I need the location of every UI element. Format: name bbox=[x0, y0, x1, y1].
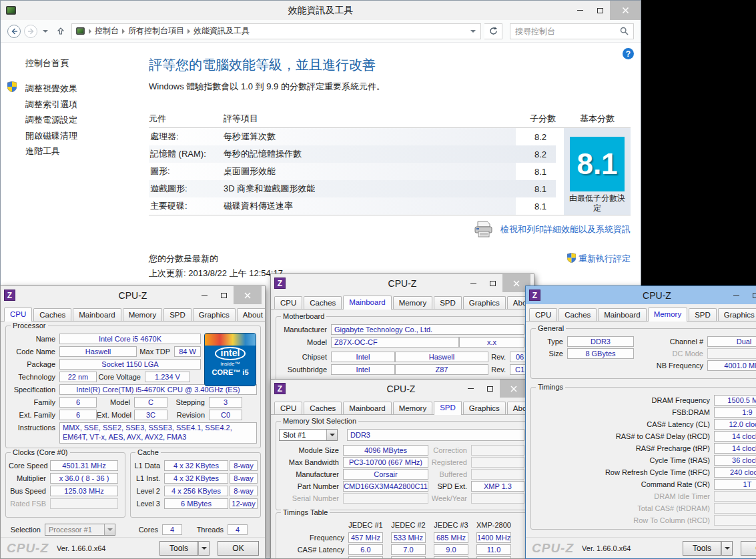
minimize-button[interactable] bbox=[570, 1, 590, 20]
refresh-button[interactable] bbox=[484, 23, 502, 39]
tools-button[interactable]: Tools bbox=[159, 541, 198, 556]
rerun-assessment-link[interactable]: 重新執行評定 bbox=[579, 253, 631, 265]
max-bandwidth-value: PC3-10700 (667 MHz) bbox=[343, 457, 428, 468]
tab-spd[interactable]: SPD bbox=[434, 296, 462, 309]
close-button[interactable] bbox=[234, 286, 262, 304]
threads-value: 4 bbox=[228, 524, 248, 535]
maximize-button[interactable] bbox=[590, 1, 610, 20]
sidebar-item-home[interactable]: 控制台首頁 bbox=[25, 57, 69, 69]
maximize-button[interactable] bbox=[483, 274, 502, 292]
name-label: Name bbox=[9, 335, 59, 343]
tab-cpu[interactable]: CPU bbox=[274, 402, 302, 414]
maximize-button[interactable] bbox=[480, 380, 500, 398]
tab-graphics[interactable]: Graphics bbox=[718, 308, 756, 321]
rcd-jedec1: 6 bbox=[348, 556, 383, 559]
tab-memory[interactable]: Memory bbox=[393, 296, 433, 309]
ok-button[interactable]: OK bbox=[218, 541, 259, 556]
sidebar-item-disk-cleanup[interactable]: 開啟磁碟清理 bbox=[25, 130, 77, 142]
tab-mainboard[interactable]: Mainboard bbox=[343, 402, 391, 414]
rated-fsb-value bbox=[50, 498, 118, 509]
tab-caches[interactable]: Caches bbox=[558, 308, 597, 321]
search-input[interactable] bbox=[515, 27, 620, 36]
cycle-time-value: 36 clocks bbox=[714, 455, 756, 466]
maximize-button[interactable] bbox=[746, 286, 756, 304]
ras-precharge-label: RAS# Precharge (tRP) bbox=[534, 444, 714, 452]
multiplier-label: Multiplier bbox=[9, 474, 50, 482]
nb-frequency-value: 4001.0 MHz bbox=[707, 360, 756, 371]
tab-memory[interactable]: Memory bbox=[393, 402, 433, 414]
tab-spd[interactable]: SPD bbox=[163, 308, 192, 321]
tab-graphics[interactable]: Graphics bbox=[463, 402, 506, 414]
tab-cpu[interactable]: CPU bbox=[529, 308, 557, 321]
slot-value: Slot #1 bbox=[283, 431, 306, 439]
minimize-button[interactable] bbox=[461, 380, 480, 398]
package-value: Socket 1150 LGA bbox=[59, 359, 201, 370]
threads-label: Threads bbox=[189, 526, 228, 534]
sidebar-item-power[interactable]: 調整電源設定 bbox=[25, 114, 77, 126]
header-base: 基本分數 bbox=[564, 113, 631, 125]
cpuz-spd-window: Z CPU-Z CPU Caches Mainboard Memory SPD … bbox=[270, 379, 532, 559]
address-dropdown-icon[interactable] bbox=[470, 30, 476, 33]
back-button[interactable] bbox=[7, 25, 21, 38]
version-text: Ver. 1.66.0.x64 bbox=[582, 544, 631, 552]
tab-bar: CPU Caches Mainboard Memory SPD Graphics… bbox=[271, 292, 534, 310]
title-bar: Z CPU-Z bbox=[1, 286, 265, 304]
tab-mainboard[interactable]: Mainboard bbox=[343, 296, 391, 310]
tab-cpu[interactable]: CPU bbox=[274, 296, 302, 309]
sidebar-item-advanced-tools[interactable]: 進階工具 bbox=[25, 145, 60, 157]
minimize-button[interactable] bbox=[727, 286, 746, 304]
model-value: Z87X-OC-CF bbox=[331, 337, 459, 348]
tab-spd[interactable]: SPD bbox=[689, 308, 717, 321]
tab-memory[interactable]: Memory bbox=[648, 308, 688, 322]
tab-about[interactable]: About bbox=[237, 308, 266, 321]
tab-spd[interactable]: SPD bbox=[434, 401, 462, 415]
minimize-button[interactable] bbox=[195, 286, 214, 304]
table-row: 圖形: 桌面圖形效能 8.1 bbox=[149, 163, 556, 180]
breadcrumb-all-items[interactable]: 所有控制台項目 bbox=[128, 25, 184, 37]
view-print-details-link[interactable]: 檢視和列印詳細效能以及系統資訊 bbox=[500, 223, 631, 235]
cpu-die-art bbox=[205, 334, 256, 346]
total-cas-value bbox=[714, 503, 756, 514]
breadcrumb-current[interactable]: 效能資訊及工具 bbox=[194, 25, 250, 37]
maximize-button[interactable] bbox=[214, 286, 234, 304]
slot-select[interactable]: Slot #1 bbox=[279, 429, 338, 441]
minimize-button[interactable] bbox=[464, 274, 483, 292]
breadcrumb-control-panel[interactable]: 控制台 bbox=[95, 25, 119, 37]
spd-ext-value: XMP 1.3 bbox=[471, 481, 524, 492]
forward-button[interactable] bbox=[24, 25, 37, 38]
tools-dropdown-button[interactable] bbox=[198, 541, 210, 556]
breadcrumb[interactable]: 控制台 所有控制台項目 效能資訊及工具 bbox=[71, 23, 481, 39]
tab-graphics[interactable]: Graphics bbox=[463, 296, 506, 309]
tools-dropdown-button[interactable] bbox=[721, 541, 733, 556]
tab-memory[interactable]: Memory bbox=[123, 308, 163, 321]
close-button[interactable] bbox=[610, 1, 641, 20]
fsb-dram-label: FSB:DRAM bbox=[534, 408, 714, 416]
ok-button[interactable]: OK bbox=[741, 541, 756, 556]
help-button[interactable]: ? bbox=[623, 48, 634, 59]
tools-button[interactable]: Tools bbox=[683, 541, 721, 556]
command-rate-label: Command Rate (CR) bbox=[534, 480, 714, 488]
tab-mainboard[interactable]: Mainboard bbox=[598, 308, 646, 321]
sidebar-item-visual-effects[interactable]: 調整視覺效果 bbox=[25, 83, 77, 95]
tab-mainboard[interactable]: Mainboard bbox=[73, 308, 121, 321]
close-button[interactable] bbox=[500, 380, 528, 398]
search-box[interactable] bbox=[510, 23, 634, 39]
tab-cpu[interactable]: CPU bbox=[4, 308, 32, 322]
title-bar: Z CPU-Z bbox=[271, 274, 534, 292]
week-year-label: Week/Year bbox=[428, 494, 471, 502]
level2-value: 4 x 256 KBytes bbox=[164, 486, 228, 496]
processor-select[interactable]: Processor #1 bbox=[45, 524, 115, 536]
recent-pages-dropdown-icon[interactable] bbox=[43, 30, 48, 33]
up-button[interactable] bbox=[53, 27, 68, 35]
processor-select-value: Processor #1 bbox=[49, 526, 92, 534]
sidebar-item-indexing[interactable]: 調整索引選項 bbox=[25, 99, 77, 111]
tab-graphics[interactable]: Graphics bbox=[193, 308, 236, 321]
tab-caches[interactable]: Caches bbox=[304, 402, 342, 414]
processor-group: Processor intel inside™ CORE™ i5 Name In… bbox=[5, 326, 261, 448]
col-jedec2: JEDEC #2 bbox=[391, 521, 426, 529]
buffered-value bbox=[471, 469, 524, 480]
tab-caches[interactable]: Caches bbox=[304, 296, 342, 309]
tab-caches[interactable]: Caches bbox=[33, 308, 71, 321]
l1-inst-label: L1 Inst. bbox=[133, 474, 164, 482]
base-score-caption: 由最低子分數決定 bbox=[566, 193, 629, 213]
